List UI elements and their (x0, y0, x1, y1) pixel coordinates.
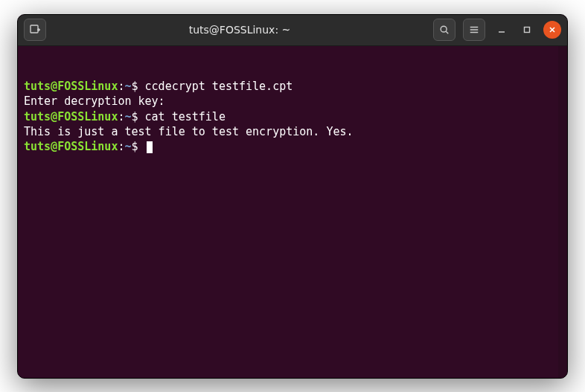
terminal-window: tuts@FOSSLinux: ~ (17, 14, 568, 379)
svg-point-3 (441, 26, 447, 32)
prompt-user-host: tuts@FOSSLinux (24, 140, 118, 153)
prompt-path: ~ (124, 80, 131, 93)
minimize-icon (498, 26, 505, 33)
prompt-user-host: tuts@FOSSLinux (24, 110, 118, 123)
prompt-path: ~ (124, 110, 131, 123)
titlebar-left (24, 19, 46, 41)
command-2: cat testfile (145, 110, 226, 123)
window-title: tuts@FOSSLinux: ~ (46, 24, 433, 36)
close-button[interactable] (543, 21, 561, 39)
menu-button[interactable] (463, 19, 485, 41)
titlebar: tuts@FOSSLinux: ~ (18, 15, 567, 46)
svg-rect-0 (31, 25, 38, 33)
titlebar-right (433, 19, 561, 41)
prompt-symbol: $ (132, 140, 138, 153)
cursor (147, 141, 153, 153)
prompt-path: ~ (124, 140, 131, 153)
minimize-button[interactable] (493, 21, 511, 39)
search-icon (439, 25, 450, 35)
terminal-body[interactable]: tuts@FOSSLinux:~$ ccdecrypt testfile.cpt… (18, 46, 567, 378)
output-2: This is just a test file to test encrypt… (24, 125, 354, 138)
maximize-icon (523, 26, 531, 33)
svg-rect-9 (525, 28, 530, 33)
prompt-user-host: tuts@FOSSLinux (24, 80, 118, 93)
new-tab-icon (29, 24, 41, 36)
terminal-content: tuts@FOSSLinux:~$ ccdecrypt testfile.cpt… (24, 79, 551, 154)
output-1: Enter decryption key: (24, 94, 165, 108)
prompt-symbol: $ (132, 110, 138, 123)
search-button[interactable] (433, 19, 455, 41)
maximize-button[interactable] (518, 21, 536, 39)
scrollbar[interactable] (558, 46, 567, 378)
hamburger-icon (469, 25, 479, 35)
close-icon (549, 26, 556, 33)
prompt-symbol: $ (132, 80, 138, 93)
new-tab-button[interactable] (24, 19, 46, 41)
svg-line-4 (446, 31, 448, 33)
command-1: ccdecrypt testfile.cpt (145, 80, 293, 93)
